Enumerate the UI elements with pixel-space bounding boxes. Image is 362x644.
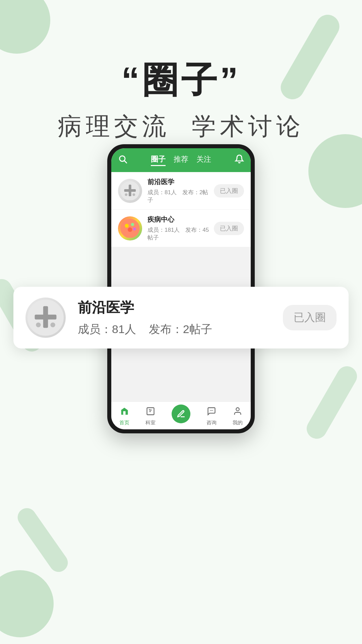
bell-icon[interactable]: [235, 154, 244, 166]
nav-consult[interactable]: 咨询: [206, 407, 217, 426]
mine-icon: [233, 407, 242, 418]
create-icon: [172, 405, 190, 423]
avatar-item-2: [118, 216, 142, 240]
nav-room[interactable]: 科室: [145, 407, 156, 426]
svg-point-10: [128, 227, 132, 232]
nav-room-label: 科室: [145, 420, 156, 426]
floating-posts-unit: 帖子: [189, 323, 212, 335]
floating-info: 前沿医学 成员：81人 发布：2帖子: [78, 298, 283, 337]
item-1-meta: 成员：81人 发布：2帖子: [147, 189, 214, 204]
floating-meta: 成员：81人 发布：2帖子: [78, 322, 283, 337]
nav-home-label: 首页: [119, 420, 129, 426]
svg-point-22: [50, 322, 55, 327]
phone-nav-tabs: 圈子 推荐 关注: [151, 154, 211, 166]
item-2-joined-button[interactable]: 已入圈: [214, 222, 244, 235]
floating-card: 前沿医学 成员：81人 发布：2帖子 已入圈: [13, 287, 349, 348]
svg-point-11: [133, 227, 136, 231]
list-item-2[interactable]: 疾病中心 成员：181人 发布：45帖子 已入圈: [111, 210, 251, 247]
item-1-name: 前沿医学: [147, 177, 214, 186]
svg-rect-13: [149, 409, 149, 410]
item-2-name: 疾病中心: [147, 215, 214, 224]
svg-point-16: [212, 410, 213, 411]
svg-point-14: [210, 410, 210, 411]
floating-joined-button[interactable]: 已入圈: [283, 305, 337, 330]
nav-consult-label: 咨询: [206, 420, 217, 426]
svg-point-15: [211, 410, 212, 411]
floating-members-unit: 人: [125, 323, 136, 335]
floating-posts: 2: [183, 323, 189, 335]
decorative-stripe-bottom-left: [14, 504, 71, 576]
nav-home[interactable]: 首页: [119, 407, 129, 426]
home-icon: [120, 407, 129, 418]
floating-members-label: 成员：: [78, 323, 112, 335]
phone-bottom-nav: 首页 科室: [111, 401, 251, 429]
floating-avatar: [25, 298, 66, 338]
svg-rect-20: [43, 306, 48, 328]
svg-point-21: [36, 322, 41, 327]
svg-point-6: [133, 193, 135, 196]
phone-topbar: 圈子 推荐 关注: [111, 148, 251, 172]
svg-point-5: [125, 193, 128, 196]
hero-section: “圈子” 病理交流 学术讨论: [0, 0, 362, 143]
tab-tuijian[interactable]: 推荐: [174, 154, 188, 166]
svg-point-17: [236, 408, 239, 411]
tab-guanzhu[interactable]: 关注: [196, 154, 211, 166]
svg-point-8: [125, 224, 129, 228]
nav-create[interactable]: [172, 408, 190, 425]
item-2-meta: 成员：181人 发布：45帖子: [147, 226, 214, 241]
svg-line-1: [124, 161, 126, 163]
nav-mine[interactable]: 我的: [233, 407, 243, 426]
avatar-item-1: [118, 179, 142, 203]
search-icon[interactable]: [118, 154, 127, 166]
svg-point-9: [131, 223, 134, 226]
decorative-stripe-right-lower: [303, 363, 361, 442]
item-1-joined-button[interactable]: 已入圈: [214, 184, 244, 198]
floating-members: 81: [112, 323, 125, 335]
consult-icon: [207, 407, 216, 418]
room-icon: [146, 407, 155, 418]
main-title: “圈子”: [0, 60, 362, 100]
floating-posts-label: 发布：: [149, 323, 183, 335]
decorative-blob-right-mid: [308, 134, 362, 208]
nav-mine-label: 我的: [233, 420, 243, 426]
item-1-info: 前沿医学 成员：81人 发布：2帖子: [147, 177, 214, 204]
svg-rect-4: [129, 184, 131, 196]
tab-quanzi[interactable]: 圈子: [151, 154, 166, 166]
sub-title: 病理交流 学术讨论: [0, 110, 362, 143]
floating-name: 前沿医学: [78, 298, 283, 317]
item-2-info: 疾病中心 成员：181人 发布：45帖子: [147, 215, 214, 241]
decorative-blob-bottom-left: [0, 570, 54, 637]
list-item-1[interactable]: 前沿医学 成员：81人 发布：2帖子 已入圈: [111, 172, 251, 210]
